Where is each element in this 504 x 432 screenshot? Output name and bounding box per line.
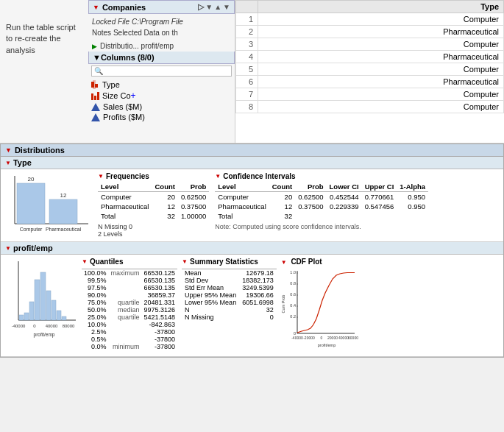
q-name: [109, 336, 142, 343]
s-val: 0: [239, 314, 277, 321]
freq-data-table: Level Count Prob Computer200.62500Pharma…: [98, 182, 209, 221]
ci-row: Computer200.625000.4525440.7706610.950: [215, 192, 428, 202]
q-name: [109, 291, 142, 299]
q-val: -37800: [142, 328, 178, 336]
svg-text:Computer: Computer: [20, 227, 43, 233]
svg-text:Cum Prob: Cum Prob: [281, 295, 285, 314]
freq-row: Pharmaceutical120.37500: [98, 202, 209, 211]
quantile-row: 97.5%66530.135: [82, 284, 177, 291]
quantile-row: 0.5%-37800: [82, 336, 177, 343]
freq-prob: 0.62500: [178, 192, 209, 202]
companies-header[interactable]: ▼ Companies ▷ ▼ ▲ ▼: [88, 0, 235, 14]
search-box[interactable]: 🔍: [91, 65, 232, 77]
col-size-label: Size Co: [102, 91, 131, 100]
ci-row: Total32: [215, 211, 428, 221]
quantile-row: 10.0%-842.863: [82, 321, 177, 328]
svg-text:1.0: 1.0: [290, 270, 296, 275]
svg-text:profit/emp: profit/emp: [317, 343, 335, 347]
svg-text:0: 0: [320, 336, 322, 340]
q-val: 9975.3126: [142, 306, 178, 314]
summary-data-table: Mean12679.18Std Dev18382.173Std Err Mean…: [182, 267, 277, 321]
svg-text:-40000: -40000: [12, 324, 26, 328]
nav-btn-1: ▼: [205, 3, 213, 11]
q-name: [109, 277, 142, 284]
s-stat: Mean: [182, 269, 239, 277]
row-num: 8: [236, 101, 258, 113]
svg-rect-19: [35, 280, 40, 320]
col-type: Type: [91, 79, 232, 90]
col-sales: Sales ($M): [91, 102, 232, 112]
cdf-header: ▼ CDF Plot: [281, 258, 358, 266]
ci-tri: ▼: [215, 173, 221, 180]
q-name: quartile: [109, 314, 142, 321]
svg-text:0.8: 0.8: [290, 281, 296, 286]
svg-text:20: 20: [28, 176, 35, 183]
ci-th-prob: Prob: [295, 182, 326, 192]
type-tri: ▼: [5, 160, 11, 166]
ci-upper: 0.547456: [362, 202, 397, 211]
ci-note: Note: Computed using score confidence in…: [215, 223, 428, 230]
svg-text:-40000: -40000: [291, 336, 303, 340]
q-pct: 97.5%: [82, 284, 109, 291]
distributions-panel: ▼ Distributions ▼ Type 20 12: [0, 144, 504, 358]
ci-upper: [362, 211, 397, 221]
q-pct: 0.5%: [82, 336, 109, 343]
q-val: -842.863: [142, 321, 178, 328]
summary-row: N32: [182, 306, 277, 314]
ci-lower: 0.452544: [327, 192, 362, 202]
distribution-row[interactable]: ▶ Distributio... profit/emp: [88, 40, 235, 52]
quantile-row: 50.0%median9975.3126: [82, 306, 177, 314]
ci-level: Pharmaceutical: [215, 202, 269, 211]
summary-header: ▼ Summary Statistics: [182, 258, 277, 266]
s-val: 19306.66: [239, 291, 277, 299]
nav-btn-3: ▼: [223, 3, 230, 11]
middle-panel: ▼ Companies ▷ ▼ ▲ ▼ Locked File C:\Progr…: [88, 0, 235, 143]
ci-level: Computer: [215, 192, 269, 202]
ci-alpha: 0.950: [397, 202, 428, 211]
profit-header: ▼ profit/emp: [1, 242, 503, 255]
row-type: Computer: [258, 13, 504, 26]
cdf-label: CDF Plot: [291, 258, 322, 266]
quantiles-tri: ▼: [82, 258, 88, 265]
freq-row: Computer200.62500: [98, 192, 209, 202]
svg-text:12: 12: [60, 192, 67, 199]
q-name: [109, 321, 142, 328]
ci-header: ▼ Confidence Intervals: [215, 172, 428, 180]
svg-text:40000: 40000: [338, 336, 349, 340]
quantiles-table: ▼ Quantiles 100.0%maximum66530.12599.5%6…: [82, 258, 177, 353]
q-pct: 2.5%: [82, 328, 109, 336]
table-row: 5Computer: [236, 63, 504, 76]
row-type: Computer: [258, 88, 504, 101]
summary-row: N Missing0: [182, 314, 277, 321]
col-profits: Profits ($M): [91, 112, 232, 122]
quantile-row: 0.0%minimum-37800: [82, 343, 177, 350]
freq-level: Computer: [98, 192, 152, 202]
columns-header[interactable]: ▼ Columns (8/0): [88, 52, 235, 64]
ci-th-alpha: 1-Alpha: [397, 182, 428, 192]
svg-rect-23: [57, 311, 61, 320]
svg-text:0.2: 0.2: [290, 314, 296, 319]
summary-stats: ▼ Summary Statistics Mean12679.18Std Dev…: [182, 258, 277, 353]
row-num: 5: [236, 63, 258, 76]
freq-label: Frequencies: [106, 172, 149, 180]
s-val: 3249.5399: [239, 284, 277, 291]
row-num: 3: [236, 38, 258, 51]
row-type: Computer: [258, 101, 504, 113]
quantiles-header: ▼ Quantiles: [82, 258, 177, 266]
s-stat: Std Err Mean: [182, 284, 239, 291]
freq-level: Total: [98, 211, 152, 221]
svg-text:0.6: 0.6: [290, 292, 296, 297]
svg-text:0: 0: [33, 324, 36, 328]
svg-text:Pharmaceutical: Pharmaceutical: [46, 227, 82, 232]
cdf-area: ▼ CDF Plot 1.0 0.8 0.6 0.4 0.2 0: [281, 258, 358, 353]
quantile-row: 25.0%quartile5421.5148: [82, 314, 177, 321]
notes-text: Notes Selected Data on th: [92, 27, 231, 38]
ci-count: 32: [269, 211, 295, 221]
q-val: 66530.125: [142, 269, 178, 277]
quantile-row: 100.0%maximum66530.125: [82, 269, 177, 277]
q-val: 36859.37: [142, 291, 178, 299]
q-pct: 100.0%: [82, 269, 109, 277]
triangle-icon-sales: [91, 103, 100, 111]
s-val: 32: [239, 306, 277, 314]
svg-text:80000: 80000: [63, 324, 75, 328]
